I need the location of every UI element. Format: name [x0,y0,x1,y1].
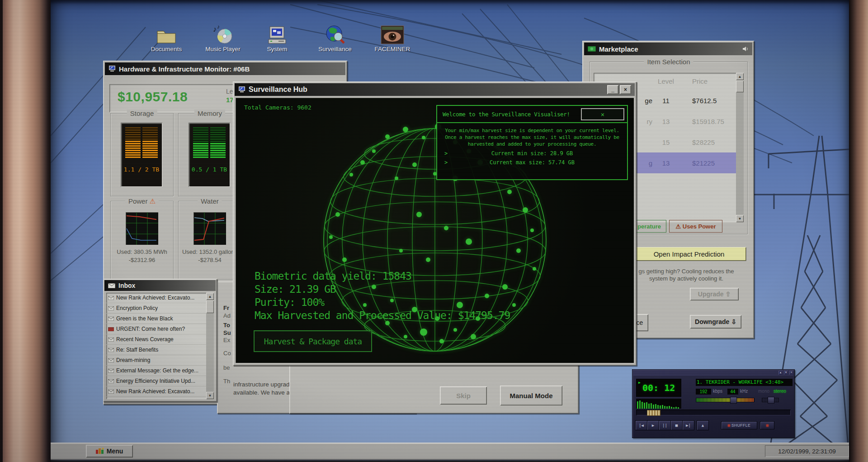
balance-slider[interactable] [762,398,779,402]
desktop-icon-system[interactable]: System [252,18,302,52]
play-button[interactable]: ▶ [647,420,659,430]
inbox-items: New Rank Achieved: Excavato... Encryptio… [106,293,206,399]
dialog-close-icon[interactable]: × [581,108,624,120]
upgrade-button[interactable]: Upgrade ⇧ [690,288,739,300]
icon-label: Music Player [198,46,248,52]
item-price: $28225 [692,138,715,146]
column-level: Level [652,77,679,85]
memory-gauge: 0.5 / 1 TB [189,123,230,187]
close-icon[interactable]: × [620,85,631,94]
water-graph [193,212,226,245]
desktop-icon-music-player[interactable]: ♪♪ Music Player [198,18,248,52]
inbox-titlebar[interactable]: Inbox [104,280,216,291]
balance-value: $10,957.18 [118,89,188,105]
volume-slider[interactable] [696,398,755,402]
next-button[interactable]: ▶| [682,420,694,430]
banknote-icon [588,46,596,52]
desktop-icon-faceminer[interactable]: FACEMINER [367,18,418,52]
shuffle-led-icon [728,424,730,427]
balance-handle[interactable] [768,397,774,404]
pause-button[interactable]: || [659,420,671,430]
envelope-icon [108,348,114,352]
inbox-scrollbar[interactable]: ▲ ▼ [206,293,214,399]
envelope-icon [108,296,114,300]
inbox-item[interactable]: Green is the New Black [106,314,206,324]
scrollbar-thumb[interactable] [206,300,214,313]
computer-icon [252,18,302,44]
folder-icon [141,18,192,44]
email-field-from: Fr [223,305,229,311]
email-field-to: To [223,322,230,329]
track-time: 00: 12 [642,382,675,393]
seek-bar[interactable] [636,410,791,415]
stop-button[interactable]: ■ [670,420,683,430]
marketplace-scrollbar[interactable]: ▲ ▼ [736,73,744,222]
stereo-indicator: stereo [774,389,786,394]
shade-icon[interactable]: ▴ [778,371,783,375]
repeat-toggle[interactable] [760,421,774,429]
inbox-item[interactable]: Re: Staff Benefits [106,345,206,355]
music-player-titlebar[interactable] [633,371,793,376]
storage-gauge-panel: Storage 1.1 / 2 TB [110,113,174,196]
open-impact-prediction-button[interactable]: Open Impact Prediction [632,247,746,261]
scrollbar-thumb[interactable] [736,81,744,92]
hardware-monitor-titlebar[interactable]: Hardware & Infrastructure Monitor: #06B [105,62,345,75]
surveillance-titlebar[interactable]: Surveillance Hub _ × [235,83,635,96]
minimize-icon[interactable]: ▾ [784,371,788,375]
dialog-title: Welcome to the Surveillance Visualiser! [443,111,570,118]
menu-button[interactable]: Menu [86,445,133,457]
window-surveillance-hub: Surveillance Hub _ × Total Cameras: 9602 [233,81,637,366]
eject-button[interactable]: ▲ [697,420,709,430]
inbox-item[interactable]: New Rank Achieved: Excavato... [106,293,206,303]
marketplace-titlebar[interactable]: Marketplace [584,43,752,55]
inbox-item[interactable]: URGENT: Come here often? [106,324,206,334]
inbox-item-label: New Rank Achieved: Excavato... [116,295,194,301]
scroll-up-icon[interactable]: ▲ [736,73,744,80]
item-level: 11 [652,97,679,105]
harvest-max-value: Max Harvested and Processed Value: $1479… [255,309,510,322]
inbox-item[interactable]: New Rank Achieved: Excavato... [106,386,206,397]
scroll-down-icon[interactable]: ▼ [736,215,744,222]
total-cameras: Total Cameras: 9602 [244,104,311,111]
inbox-item[interactable]: Dream-mining [106,355,206,366]
envelope-icon [108,358,114,362]
storage-gauge: 1.1 / 2 TB [121,123,162,187]
globe-magnifier-icon [310,18,360,44]
inbox-item[interactable]: External Message: Get the edge... [106,366,206,376]
repeat-led-icon [766,424,769,427]
harvest-purity: Purity: 100% [255,296,510,309]
harvest-package-button[interactable]: Harvest & Package data [254,330,372,352]
inbox-item-label: Green is the New Black [116,315,173,322]
speaker-icon[interactable] [742,46,749,52]
desktop-icon-documents[interactable]: Documents [141,18,192,52]
spectrum-analyzer [636,399,681,409]
manual-mode-button[interactable]: Manual Mode [500,386,562,405]
desktop-icon-surveillance[interactable]: Surveillance [310,18,360,52]
email-field-th: Th [223,378,230,385]
memory-value: 0.5 / 1 TB [189,166,230,173]
seek-handle[interactable] [647,410,660,416]
scroll-down-icon[interactable]: ▼ [206,392,214,399]
window-inbox: Inbox New Rank Achieved: Excavato... Enc… [103,279,217,402]
inbox-item-label: Energy Efficiency Initiative Upd... [116,378,195,384]
window-title: Inbox [118,282,135,289]
inbox-item[interactable]: Energy Efficiency Initiative Upd... [106,376,206,386]
power-used: Used: 380.35 MWh [111,248,173,255]
downgrade-button[interactable]: Downgrade ⇩ [690,315,741,329]
minimize-icon[interactable]: _ [607,85,618,94]
scroll-up-icon[interactable]: ▲ [206,293,214,300]
volume-handle[interactable] [730,397,737,404]
inbox-item[interactable]: URGENT: High Electricity Usage [106,397,206,399]
up-arrow-icon: ⇧ [725,291,731,298]
shuffle-toggle[interactable]: SHUFFLE [721,421,757,429]
previous-button[interactable]: |◀ [635,420,647,430]
monitor-icon [108,66,116,72]
close-icon[interactable]: × [789,371,793,375]
skip-button[interactable]: Skip [440,386,487,405]
cd-music-icon: ♪♪ [198,18,248,44]
item-price: $15918.75 [692,118,724,125]
envelope-icon [108,338,114,342]
storage-label: Storage [127,110,157,117]
inbox-item[interactable]: Encryption Policy [106,303,206,314]
inbox-item[interactable]: Recent News Coverage [106,334,206,345]
